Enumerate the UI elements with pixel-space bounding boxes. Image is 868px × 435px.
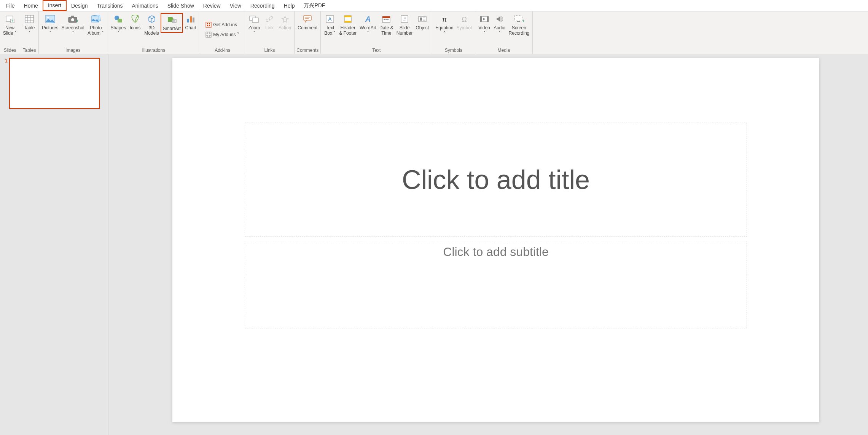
video-button[interactable]: Video ˅ (477, 13, 492, 37)
tab-help[interactable]: Help (279, 1, 299, 10)
group-text: A Text Box ˅ Header & Footer A WordArt ˅ (321, 11, 432, 54)
group-illustrations: Shapes ˅ Icons 3D Models SmartArt (107, 11, 200, 54)
wordart-icon: A (363, 14, 373, 24)
textbox-button[interactable]: A Text Box ˅ (322, 13, 338, 37)
audio-button[interactable]: Audio ˅ (492, 13, 507, 37)
my-addins-icon (205, 32, 212, 38)
equation-button[interactable]: π Equation ˅ (434, 13, 455, 37)
header-footer-button[interactable]: Header & Footer (338, 13, 358, 37)
photo-album-label: Photo Album ˅ (88, 25, 104, 36)
slidenum-button[interactable]: # Slide Number (395, 13, 414, 37)
slidenum-label: Slide Number (397, 25, 413, 36)
svg-rect-31 (252, 18, 258, 22)
svg-rect-51 (420, 18, 422, 21)
svg-text:#: # (403, 17, 406, 22)
tab-slideshow[interactable]: Slide Show (163, 1, 199, 10)
svg-rect-47 (387, 19, 389, 20)
screen-recording-button[interactable]: + Screen Recording (507, 13, 531, 37)
shapes-label: Shapes ˅ (110, 25, 126, 36)
tab-recording[interactable]: Recording (246, 1, 279, 10)
get-addins-icon (205, 22, 212, 28)
group-media: Video ˅ Audio ˅ + Screen Recording Media (475, 11, 533, 54)
table-label: Table ˅ (24, 25, 35, 36)
symbol-label: Symbol (457, 25, 472, 30)
tab-design[interactable]: Design (67, 1, 92, 10)
screenshot-button[interactable]: + Screenshot ˅ (60, 13, 86, 37)
svg-text:π: π (442, 16, 447, 23)
pictures-icon (45, 14, 55, 24)
link-button[interactable]: Link (262, 13, 277, 31)
tab-review[interactable]: Review (199, 1, 225, 10)
group-illustrations-label: Illustrations (107, 47, 200, 54)
slide-thumbnail-1[interactable] (9, 58, 100, 109)
svg-rect-58 (480, 16, 482, 22)
group-images: Pictures ˅ + Screenshot ˅ Photo Album ˅ … (39, 11, 107, 54)
group-addins: Get Add-ins My Add-ins ˅ Add-ins (200, 11, 245, 54)
icons-button[interactable]: Icons (127, 13, 143, 31)
svg-text:+: + (522, 18, 524, 23)
svg-text:+: + (76, 18, 78, 23)
slide-thumb-number: 1 (2, 58, 9, 109)
tab-view[interactable]: View (225, 1, 246, 10)
screenshot-icon: + (68, 14, 78, 24)
screen-recording-icon: + (514, 14, 524, 24)
object-button[interactable]: Object (414, 13, 430, 31)
svg-point-9 (47, 17, 49, 18)
group-symbols: π Equation ˅ Ω Symbol Symbols (432, 11, 475, 54)
subtitle-placeholder[interactable]: Click to add subtitle (245, 241, 747, 328)
symbol-button[interactable]: Ω Symbol (455, 13, 473, 31)
tab-wanxing[interactable]: 万兴PDF (299, 1, 330, 11)
group-images-label: Images (39, 47, 107, 54)
audio-icon (495, 14, 504, 24)
svg-text:A: A (365, 15, 371, 23)
title-placeholder[interactable]: Click to add title (245, 123, 747, 237)
group-slides: + New Slide ˅ Slides (0, 11, 20, 54)
3d-models-button[interactable]: 3D Models (143, 13, 161, 37)
slide-editor: Click to add title Click to add subtitle (108, 54, 868, 435)
tab-transitions[interactable]: Transitions (92, 1, 127, 10)
comment-button[interactable]: Comment (296, 13, 319, 31)
audio-label: Audio ˅ (494, 25, 505, 36)
slide-panel: 1 (0, 54, 108, 435)
photo-album-button[interactable]: Photo Album ˅ (86, 13, 105, 37)
slidenum-icon: # (400, 14, 409, 24)
chart-button[interactable]: Chart (183, 13, 198, 31)
tab-home[interactable]: Home (19, 1, 43, 10)
screen-recording-label: Screen Recording (509, 25, 530, 36)
get-addins-button[interactable]: Get Add-ins (203, 21, 239, 29)
smartart-button[interactable]: SmartArt (161, 13, 183, 33)
table-button[interactable]: Table ˅ (22, 13, 37, 37)
group-links-label: Links (245, 47, 294, 54)
chart-icon (186, 14, 195, 24)
new-slide-icon: + (5, 14, 14, 24)
wordart-button[interactable]: A WordArt ˅ (358, 13, 378, 37)
my-addins-button[interactable]: My Add-ins ˅ (203, 31, 242, 38)
datetime-button[interactable]: Date & Time (378, 13, 395, 37)
icons-label: Icons (130, 25, 141, 30)
slide-canvas[interactable]: Click to add title Click to add subtitle (172, 58, 819, 422)
pictures-button[interactable]: Pictures ˅ (40, 13, 60, 37)
svg-rect-40 (344, 16, 351, 17)
smartart-label: SmartArt (163, 26, 181, 31)
video-label: Video ˅ (478, 25, 490, 36)
svg-rect-44 (382, 16, 390, 18)
ribbon: + New Slide ˅ Slides Table ˅ Tables (0, 11, 868, 54)
action-button[interactable]: Action (277, 13, 293, 31)
svg-rect-27 (207, 25, 208, 26)
svg-rect-24 (206, 22, 211, 27)
group-links: Zoom ˅ Link Action Links (245, 11, 295, 54)
zoom-button[interactable]: Zoom ˅ (247, 13, 262, 37)
pictures-label: Pictures ˅ (42, 25, 58, 36)
link-label: Link (265, 25, 274, 30)
tab-insert[interactable]: Insert (43, 0, 67, 11)
equation-label: Equation ˅ (435, 25, 453, 36)
group-comments-label: Comments (295, 47, 320, 54)
new-slide-button[interactable]: + New Slide ˅ (2, 13, 18, 37)
icons-icon (131, 14, 140, 24)
svg-point-12 (71, 18, 74, 21)
shapes-button[interactable]: Shapes ˅ (109, 13, 127, 37)
tab-animations[interactable]: Animations (127, 1, 162, 10)
tab-file[interactable]: File (2, 1, 19, 10)
tabs-bar: File Home Insert Design Transitions Anim… (0, 0, 868, 11)
chart-label: Chart (185, 25, 196, 30)
